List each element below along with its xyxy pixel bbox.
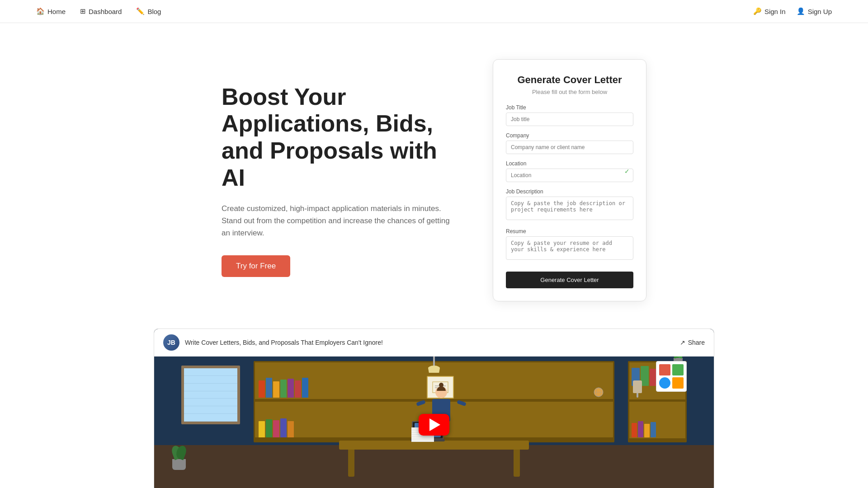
books-top: [259, 378, 308, 398]
scene-lamp: [428, 357, 440, 373]
desk-leg-left: [348, 450, 354, 477]
video-title: Write Cover Letters, Bids, and Proposals…: [185, 339, 383, 346]
hero-subtitle: Create customized, high-impact applicati…: [222, 202, 457, 239]
company-field: Company: [506, 132, 633, 154]
video-scene: [154, 357, 714, 488]
form-card-title: Generate Cover Letter: [506, 74, 633, 86]
job-description-field: Job Description: [506, 188, 633, 222]
cover-letter-form-card: Generate Cover Letter Please fill out th…: [493, 59, 646, 301]
blind-strip: [184, 406, 237, 414]
nav-dashboard[interactable]: ⊞ Dashboard: [80, 7, 122, 15]
blog-icon: ✏️: [136, 7, 145, 15]
video-channel-info: JB Write Cover Letters, Bids, and Propos…: [163, 334, 383, 351]
scene-plant: [172, 446, 186, 470]
nav-auth: 🔑 Sign In 👤 Sign Up: [753, 7, 832, 15]
scene-desk: [339, 441, 529, 450]
plant-pot: [172, 459, 186, 470]
resume-field: Resume: [506, 228, 633, 262]
location-label: Location: [506, 160, 633, 167]
video-section: JB Write Cover Letters, Bids, and Propos…: [118, 328, 750, 488]
person-head: [435, 386, 447, 398]
nav-home[interactable]: 🏠 Home: [36, 7, 66, 15]
resume-label: Resume: [506, 228, 633, 235]
hero-section: Boost Your Applications, Bids, and Propo…: [118, 23, 750, 328]
blind-strip: [184, 391, 237, 399]
job-title-input[interactable]: [506, 113, 633, 126]
scene-floor: [154, 445, 714, 488]
window-blinds: [184, 368, 237, 422]
play-triangle-icon: [429, 418, 440, 431]
nav-links: 🏠 Home ⊞ Dashboard ✏️ Blog: [36, 7, 161, 15]
video-top-bar: JB Write Cover Letters, Bids, and Propos…: [154, 329, 714, 357]
blind-strip: [184, 368, 237, 376]
scene-window: [181, 366, 240, 424]
resume-input[interactable]: [506, 236, 633, 260]
navbar: 🏠 Home ⊞ Dashboard ✏️ Blog 🔑 Sign In 👤 S…: [0, 0, 868, 23]
company-input[interactable]: [506, 141, 633, 154]
generate-button[interactable]: Generate Cover Letter: [506, 272, 633, 288]
globe-object: [593, 387, 604, 398]
scene-top-right-card: [656, 361, 687, 392]
form-card-subtitle: Please fill out the form below: [506, 89, 633, 95]
location-check-icon: ✓: [624, 168, 630, 175]
card-grid: [656, 361, 686, 391]
books-right-bottom: [632, 421, 656, 437]
video-wrapper: JB Write Cover Letters, Bids, and Propos…: [154, 328, 714, 488]
signup-icon: 👤: [797, 7, 805, 15]
nav-blog[interactable]: ✏️ Blog: [136, 7, 161, 15]
books-bottom: [259, 418, 294, 437]
job-description-input[interactable]: [506, 197, 633, 220]
nav-signin[interactable]: 🔑 Sign In: [753, 7, 786, 15]
desk-leg-right: [514, 450, 520, 477]
nav-signup[interactable]: 👤 Sign Up: [797, 7, 832, 15]
dashboard-icon: ⊞: [80, 7, 86, 15]
blind-strip: [184, 384, 237, 391]
person-bun: [439, 383, 443, 387]
location-field: Location ✓: [506, 160, 633, 182]
home-icon: 🏠: [36, 7, 45, 15]
channel-avatar: JB: [163, 334, 179, 351]
blind-strip: [184, 399, 237, 406]
blind-strip: [184, 376, 237, 384]
company-label: Company: [506, 132, 633, 139]
job-description-label: Job Description: [506, 188, 633, 195]
job-title-field: Job Title: [506, 104, 633, 126]
location-input[interactable]: [506, 169, 633, 182]
hero-text: Boost Your Applications, Bids, and Propo…: [222, 84, 457, 277]
diffuser: [633, 380, 642, 398]
hero-title: Boost Your Applications, Bids, and Propo…: [222, 84, 457, 192]
video-share-button[interactable]: ↗ Share: [680, 339, 705, 346]
signin-icon: 🔑: [753, 7, 762, 15]
share-icon: ↗: [680, 339, 685, 346]
job-title-label: Job Title: [506, 104, 633, 111]
plant-leaves: [172, 446, 186, 459]
video-play-button[interactable]: [419, 414, 449, 436]
cta-button[interactable]: Try for Free: [222, 255, 290, 277]
blind-strip: [184, 414, 237, 422]
